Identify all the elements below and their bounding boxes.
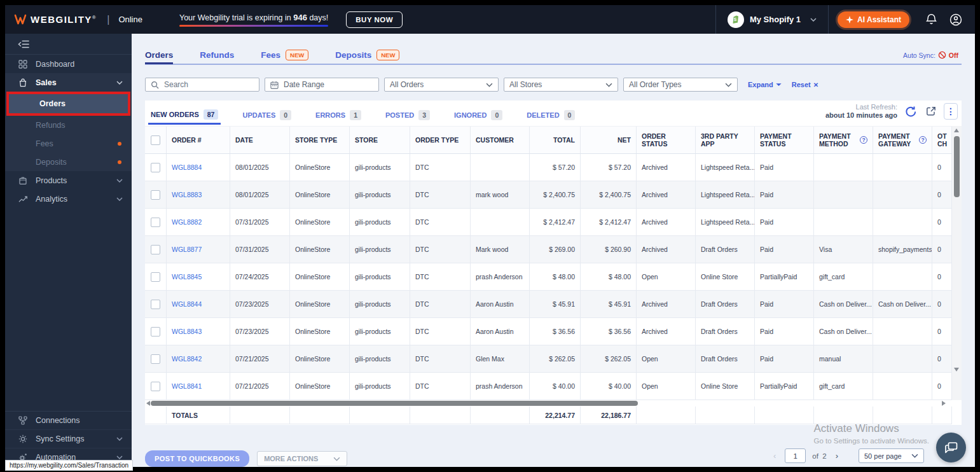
expand-filters-link[interactable]: Expand <box>748 81 782 88</box>
table-row[interactable]: WGL8843 07/23/2025 OnlineStore gili-prod… <box>145 318 952 345</box>
table-row[interactable]: WGL8882 07/31/2025 OnlineStore gili-prod… <box>145 209 952 236</box>
horizontal-scrollbar-thumb[interactable] <box>151 401 638 406</box>
date-range-picker[interactable]: Date Range <box>265 78 379 92</box>
all-stores-select[interactable]: All Stores <box>504 78 618 92</box>
order-link[interactable]: WGL8841 <box>172 382 202 390</box>
column-header-payment-gateway[interactable]: PAYMENT GATEWAY? <box>873 127 932 153</box>
sidebar-item-sales[interactable]: Sales <box>5 73 132 92</box>
order-link[interactable]: WGL8882 <box>172 218 202 226</box>
row-checkbox[interactable] <box>151 218 160 227</box>
account-button[interactable] <box>943 13 969 26</box>
table-row[interactable]: WGL8844 07/23/2025 OnlineStore gili-prod… <box>145 291 952 318</box>
subtab-new-orders[interactable]: NEW ORDERS87 <box>148 106 221 125</box>
scroll-down-arrow-icon[interactable] <box>954 368 959 371</box>
horizontal-scrollbar[interactable] <box>145 400 952 406</box>
row-checkbox[interactable] <box>151 245 160 254</box>
order-link[interactable]: WGL8877 <box>172 246 202 253</box>
subtab-posted[interactable]: POSTED3 <box>383 106 432 125</box>
column-header-total[interactable]: TOTAL <box>530 127 581 153</box>
table-row[interactable]: WGL8883 08/01/2025 OnlineStore gili-prod… <box>145 181 952 209</box>
column-header-store[interactable]: STORE <box>350 127 410 153</box>
previous-page-button[interactable]: ‹ <box>771 451 778 461</box>
order-link[interactable]: WGL8844 <box>172 300 202 308</box>
tab-fees[interactable]: FeesNEW <box>261 46 308 64</box>
column-header-date[interactable]: DATE <box>230 127 290 153</box>
search-input[interactable] <box>164 80 254 89</box>
all-order-types-select[interactable]: All Order Types <box>623 78 738 92</box>
table-row[interactable]: WGL8841 07/21/2025 OnlineStore gili-prod… <box>145 373 952 400</box>
column-header-order-type[interactable]: ORDER TYPE <box>410 127 471 153</box>
chat-widget-button[interactable] <box>936 433 966 462</box>
sidebar-item-fees[interactable]: Fees <box>5 134 132 153</box>
table-row[interactable]: WGL8884 08/01/2025 OnlineStore gili-prod… <box>145 154 952 181</box>
buy-now-button[interactable]: BUY NOW <box>346 11 403 28</box>
column-header-other-charges[interactable]: OT CH <box>932 127 952 153</box>
store-switcher[interactable]: S My Shopify 1 <box>716 11 828 28</box>
all-orders-select[interactable]: All Orders <box>384 78 499 92</box>
post-to-quickbooks-button[interactable]: POST TO QUICKBOOKS <box>145 450 249 467</box>
help-icon[interactable]: ? <box>919 136 927 144</box>
row-checkbox[interactable] <box>151 354 160 364</box>
order-link[interactable]: WGL8884 <box>172 163 202 171</box>
sidebar-item-sync-settings[interactable]: Sync Settings <box>5 430 132 448</box>
order-link[interactable]: WGL8883 <box>172 191 202 198</box>
table-body: WGL8884 08/01/2025 OnlineStore gili-prod… <box>145 154 952 400</box>
vertical-scrollbar-thumb[interactable] <box>954 136 960 197</box>
column-header-store-type[interactable]: STORE TYPE <box>290 127 350 153</box>
row-checkbox[interactable] <box>151 382 160 391</box>
sidebar-item-refunds[interactable]: Refunds <box>5 116 132 134</box>
column-header-payment-status[interactable]: PAYMENT STATUS <box>755 127 814 153</box>
auto-sync-toggle[interactable]: Auto Sync: Off <box>903 51 958 59</box>
row-checkbox[interactable] <box>151 190 160 200</box>
next-page-button[interactable]: › <box>833 451 841 461</box>
column-header-3rd-party-app[interactable]: 3RD PARTY APP <box>696 127 755 153</box>
row-checkbox[interactable] <box>151 300 160 309</box>
sidebar-item-deposits[interactable]: Deposits <box>5 153 132 171</box>
order-link[interactable]: WGL8842 <box>172 355 202 363</box>
export-button[interactable] <box>925 105 937 118</box>
subtab-deleted[interactable]: DELETED0 <box>524 106 577 125</box>
vertical-scrollbar[interactable] <box>952 126 962 400</box>
help-icon[interactable]: ? <box>860 136 867 144</box>
subtab-errors[interactable]: ERRORS1 <box>313 106 364 125</box>
order-type-cell: DTC <box>410 209 471 236</box>
row-checkbox[interactable] <box>151 272 160 282</box>
sidebar-item-analytics[interactable]: Analytics <box>5 190 132 208</box>
tab-orders[interactable]: Orders <box>145 47 173 64</box>
more-actions-dropdown[interactable]: MORE ACTIONS <box>257 451 347 466</box>
table-row[interactable]: WGL8877 07/31/2025 OnlineStore gili-prod… <box>145 236 952 263</box>
order-link[interactable]: WGL8845 <box>172 273 202 281</box>
column-header-order-status[interactable]: ORDER STATUS <box>637 127 696 153</box>
scroll-right-arrow-icon[interactable] <box>942 401 946 406</box>
subtab-ignored[interactable]: IGNORED0 <box>452 106 505 125</box>
more-options-kebab[interactable]: ⋮ <box>944 103 958 120</box>
tab-refunds[interactable]: Refunds <box>200 46 234 64</box>
tab-deposits[interactable]: DepositsNEW <box>335 46 399 64</box>
column-header-order[interactable]: ORDER # <box>167 127 230 153</box>
sidebar-item-orders[interactable]: Orders <box>9 94 128 113</box>
notifications-button[interactable] <box>920 13 943 25</box>
sidebar-item-connections[interactable]: Connections <box>5 412 132 430</box>
page-number-input[interactable] <box>785 448 806 463</box>
column-header-payment-method[interactable]: PAYMENT METHOD? <box>814 127 873 153</box>
search-box[interactable] <box>145 78 259 92</box>
column-header-customer[interactable]: CUSTOMER <box>471 127 530 153</box>
sidebar-item-dashboard[interactable]: Dashboard <box>5 55 132 73</box>
scroll-up-arrow-icon[interactable] <box>954 128 959 132</box>
select-all-checkbox[interactable] <box>151 135 160 145</box>
row-checkbox[interactable] <box>151 327 160 337</box>
table-row[interactable]: WGL8842 07/21/2025 OnlineStore gili-prod… <box>145 345 952 373</box>
table-row[interactable]: WGL8845 07/24/2025 OnlineStore gili-prod… <box>145 263 952 291</box>
scroll-left-arrow-icon[interactable] <box>146 401 150 406</box>
webgility-logo[interactable]: WEBGILITY® | Online <box>14 14 142 25</box>
column-header-net[interactable]: NET <box>581 127 637 153</box>
reset-filters-link[interactable]: Reset ✕ <box>792 81 818 88</box>
per-page-select[interactable]: 50 per page <box>859 448 924 463</box>
sidebar-collapse-button[interactable] <box>5 34 132 55</box>
order-link[interactable]: WGL8843 <box>172 328 202 335</box>
sidebar-item-products[interactable]: Products <box>5 171 132 190</box>
ai-assistant-button[interactable]: AI Assistant <box>838 11 909 28</box>
subtab-updates[interactable]: UPDATES0 <box>240 106 294 125</box>
refresh-button[interactable] <box>904 104 918 119</box>
row-checkbox[interactable] <box>151 163 160 172</box>
